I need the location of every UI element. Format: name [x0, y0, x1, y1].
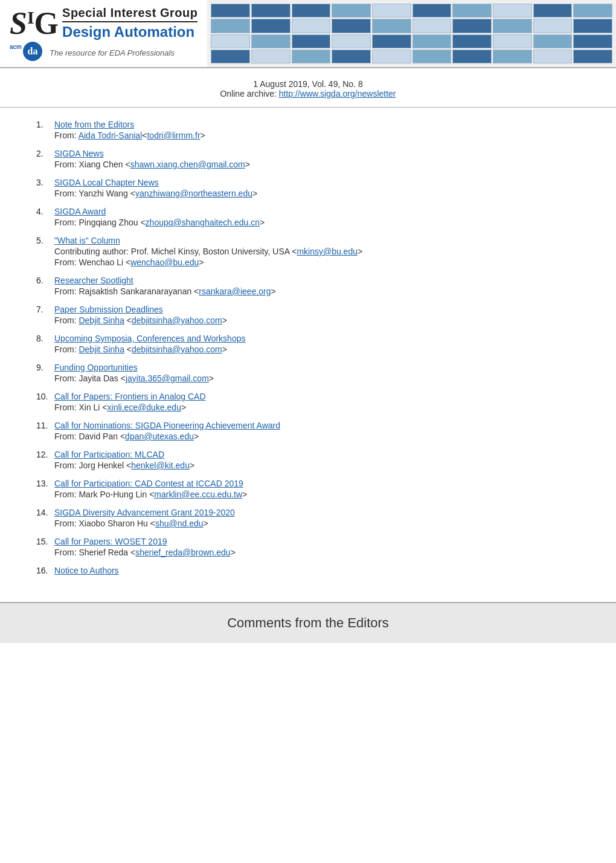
grid-cell	[332, 4, 371, 18]
page-header: SIG Special Interest Group Design Automa…	[0, 0, 616, 68]
toc-item-15-header: 15. Call for Papers: WOSET 2019	[36, 537, 592, 546]
grid-cell	[493, 19, 532, 33]
grid-cell	[573, 50, 612, 63]
toc-email-15[interactable]: sherief_reda@brown.edu	[135, 548, 230, 557]
toc-link-5[interactable]: "What is" Column	[54, 236, 120, 245]
grid-cell	[452, 4, 492, 18]
toc-link-9[interactable]: Funding Opportunities	[54, 363, 138, 372]
toc-from-10: From: Xin Li <xinli.ece@duke.edu>	[54, 402, 592, 412]
grid-cell	[573, 4, 612, 18]
grid-cell	[292, 19, 331, 33]
toc-email-14[interactable]: shu@nd.edu	[155, 519, 204, 528]
online-url-link[interactable]: http://www.sigda.org/newsletter	[279, 89, 396, 99]
toc-num-15: 15.	[36, 537, 54, 546]
toc-item-1: 1. Note from the Editors From: Aida Todr…	[36, 120, 592, 140]
toc-item-16: 16. Notice to Authors	[36, 566, 592, 575]
toc-item-9: 9. Funding Opportunities From: Jayita Da…	[36, 363, 592, 383]
toc-email-2[interactable]: shawn.xiang.chen@gmail.com	[130, 160, 245, 169]
grid-cell	[251, 34, 290, 48]
toc-email-8[interactable]: debjitsinha@yahoo.com	[132, 344, 222, 354]
grid-cell	[292, 34, 331, 48]
sig-g: G	[34, 6, 59, 40]
toc-link-12[interactable]: Call for Participation: MLCAD	[54, 450, 164, 459]
toc-link-10[interactable]: Call for Papers: Frontiers in Analog CAD	[54, 392, 206, 401]
toc-item-6-header: 6. Researcher Spotlight	[36, 276, 592, 285]
sig-logo: SIG Special Interest Group Design Automa…	[10, 6, 197, 61]
sig-letters: SIG	[10, 8, 59, 39]
toc-num-5: 5.	[36, 236, 54, 245]
toc-email-6[interactable]: rsankara@ieee.org	[199, 286, 271, 296]
toc-link-16[interactable]: Notice to Authors	[54, 566, 119, 575]
toc-item-7: 7. Paper Submission Deadlines From: Debj…	[36, 305, 592, 325]
toc-item-4-header: 4. SIGDA Award	[36, 207, 592, 216]
grid-cell	[372, 34, 411, 48]
grid-cell	[452, 34, 492, 48]
toc-item-10: 10. Call for Papers: Frontiers in Analog…	[36, 392, 592, 412]
toc-email-5b[interactable]: wenchao@bu.edu	[130, 257, 199, 267]
toc-item-8-header: 8. Upcoming Symposia, Conferences and Wo…	[36, 334, 592, 343]
da-circle: da	[23, 42, 42, 61]
toc-email-9[interactable]: jayita.365@gmail.com	[126, 373, 209, 383]
toc-num-6: 6.	[36, 276, 54, 285]
toc-item-3-header: 3. SIGDA Local Chapter News	[36, 178, 592, 187]
grid-cell	[493, 34, 532, 48]
toc-item-4: 4. SIGDA Award From: Pingqiang Zhou <zho…	[36, 207, 592, 227]
toc-link-11[interactable]: Call for Nominations: SIGDA Pioneering A…	[54, 421, 280, 430]
toc-link-3[interactable]: SIGDA Local Chapter News	[54, 178, 159, 187]
toc-link-14[interactable]: SIGDA Diversity Advancement Grant 2019-2…	[54, 508, 235, 517]
toc-author-7[interactable]: Debjit Sinha	[79, 315, 124, 325]
sig-da-row: acm da The resource for EDA Professional…	[10, 42, 197, 61]
toc-email-1[interactable]: todri@lirmm.fr	[147, 131, 200, 140]
toc-email-11[interactable]: dpan@utexas.edu	[125, 432, 194, 441]
toc-author-link-1a[interactable]: Aida Todri-Sanial	[79, 131, 143, 140]
toc-from-14: From: Xiaobo Sharon Hu <shu@nd.edu>	[54, 519, 592, 528]
toc-from-4: From: Pingqiang Zhou <zhoupq@shanghaitec…	[54, 218, 592, 227]
grid-cell	[211, 4, 250, 18]
grid-cell	[332, 50, 371, 63]
toc-link-13[interactable]: Call for Participation: CAD Contest at I…	[54, 479, 243, 488]
sig-title-group: Special Interest Group Design Automation	[62, 6, 197, 40]
toc-link-2[interactable]: SIGDA News	[54, 149, 104, 158]
toc-item-2-header: 2. SIGDA News	[36, 149, 592, 158]
toc-email-5a[interactable]: mkinsy@bu.edu	[297, 247, 358, 256]
toc-num-1: 1.	[36, 120, 54, 129]
toc-link-8[interactable]: Upcoming Symposia, Conferences and Works…	[54, 334, 245, 343]
toc-email-13[interactable]: marklin@ee.ccu.edu.tw	[154, 490, 242, 499]
toc-item-14-header: 14. SIGDA Diversity Advancement Grant 20…	[36, 508, 592, 517]
grid-cell	[332, 34, 371, 48]
date-vol: 1 August 2019, Vol. 49, No. 8	[12, 79, 604, 89]
online-label: Online archive:	[220, 89, 278, 99]
grid-cell	[412, 50, 452, 63]
toc-item-11-header: 11. Call for Nominations: SIGDA Pioneeri…	[36, 421, 592, 430]
toc-item-12: 12. Call for Participation: MLCAD From: …	[36, 450, 592, 470]
grid-cell	[292, 4, 331, 18]
toc-email-7[interactable]: debjitsinha@yahoo.com	[132, 315, 222, 325]
toc-link-1[interactable]: Note from the Editors	[54, 120, 134, 129]
toc-email-4[interactable]: zhoupq@shanghaitech.edu.cn	[146, 218, 260, 227]
grid-cell	[372, 4, 411, 18]
grid-cell	[573, 34, 612, 48]
grid-cell	[493, 50, 532, 63]
toc-link-6[interactable]: Researcher Spotlight	[54, 276, 133, 285]
toc-link-15[interactable]: Call for Papers: WOSET 2019	[54, 537, 167, 546]
toc-from-11: From: David Pan <dpan@utexas.edu>	[54, 432, 592, 441]
grid-cell	[493, 4, 532, 18]
toc-item-13-header: 13. Call for Participation: CAD Contest …	[36, 479, 592, 488]
toc-email-3[interactable]: yanzhiwang@northeastern.edu	[135, 189, 252, 198]
toc-from-3: From: Yanzhi Wang <yanzhiwang@northeaste…	[54, 189, 592, 198]
toc-link-4[interactable]: SIGDA Award	[54, 207, 106, 216]
grid-cell	[573, 19, 612, 33]
acm-badge: acm	[10, 44, 22, 50]
grid-cell	[372, 50, 411, 63]
grid-cell	[332, 19, 371, 33]
grid-cell	[211, 19, 250, 33]
toc-link-7[interactable]: Paper Submission Deadlines	[54, 305, 163, 314]
toc-num-4: 4.	[36, 207, 54, 216]
toc-email-10[interactable]: xinli.ece@duke.edu	[107, 402, 181, 412]
toc-from-7: From: Debjit Sinha <debjitsinha@yahoo.co…	[54, 315, 592, 325]
toc-item-6: 6. Researcher Spotlight From: Rajsaktish…	[36, 276, 592, 296]
toc-item-3: 3. SIGDA Local Chapter News From: Yanzhi…	[36, 178, 592, 198]
toc-item-7-header: 7. Paper Submission Deadlines	[36, 305, 592, 314]
toc-email-12[interactable]: henkel@kit.edu	[131, 461, 190, 470]
toc-author-8[interactable]: Debjit Sinha	[79, 344, 124, 354]
